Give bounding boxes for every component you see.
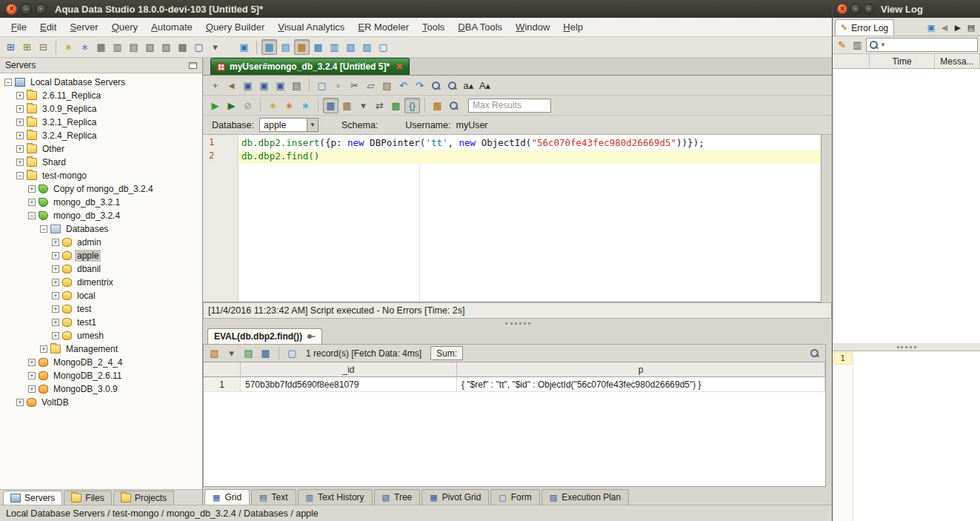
code-line[interactable]: db.dbp2.insert({p: new DBPointer('tt', n… bbox=[239, 137, 821, 150]
open-file-icon[interactable]: ◄ bbox=[224, 78, 239, 93]
toggle-expand-icon[interactable]: + bbox=[52, 332, 59, 339]
copy-icon[interactable]: ▱ bbox=[363, 78, 379, 93]
toggle-expand-icon[interactable]: + bbox=[52, 239, 59, 246]
tree-item-mongo-db-3-2-1[interactable]: +mongo_db_3.2.1 bbox=[0, 196, 202, 209]
pivot-window-icon[interactable]: ▨ bbox=[359, 39, 375, 55]
toggle-expand-icon[interactable]: + bbox=[16, 105, 24, 113]
find-columns-icon[interactable]: ▧ bbox=[142, 39, 158, 55]
execute-icon[interactable]: ▶ bbox=[207, 98, 223, 113]
tree-item-dimentrix[interactable]: +dimentrix bbox=[0, 276, 202, 289]
menu-er-modeler[interactable]: ER Modeler bbox=[351, 19, 416, 35]
grid-cell-id[interactable]: 570b3bb7fdd5690f8ee81079 bbox=[241, 377, 457, 392]
toggle-expand-icon[interactable]: + bbox=[28, 199, 36, 206]
tree-item-other[interactable]: +Other bbox=[0, 142, 202, 156]
font-decrease-icon[interactable]: a▴ bbox=[461, 78, 476, 93]
results-view-tab-text[interactable]: ▤Text bbox=[251, 489, 296, 505]
find-procedures-icon[interactable]: ▤ bbox=[126, 39, 141, 55]
results-grid-mode-icon[interactable]: ▦ bbox=[261, 39, 277, 55]
save-file-icon[interactable]: ▣ bbox=[240, 78, 256, 93]
toggle-expand-icon[interactable]: + bbox=[16, 399, 24, 406]
toggle-expand-icon[interactable]: + bbox=[52, 252, 59, 259]
chart-dropdown-icon[interactable]: ▾ bbox=[224, 345, 239, 361]
menu-server[interactable]: Server bbox=[63, 19, 104, 35]
results-view-tab-text-history[interactable]: ▥Text History bbox=[298, 489, 373, 505]
schema-compare-wand-icon[interactable]: ∗ bbox=[61, 39, 76, 55]
results-view-tab-tree[interactable]: ▧Tree bbox=[374, 489, 421, 505]
tree-item-databases[interactable]: −Databases bbox=[0, 222, 202, 236]
edit-grid-icon[interactable]: ▦ bbox=[339, 98, 355, 113]
open-document-icon[interactable]: ▢ bbox=[191, 39, 207, 55]
toggle-expand-icon[interactable]: + bbox=[16, 119, 24, 126]
save-all-icon[interactable]: ▣ bbox=[256, 78, 272, 93]
tree-item-mongodb-3-0-9[interactable]: +MongoDB_3.0.9 bbox=[0, 382, 202, 396]
tree-item-dbanil[interactable]: +dbanil bbox=[0, 262, 202, 276]
close-tab-icon[interactable]: ✕ bbox=[396, 62, 403, 72]
close-window-icon[interactable]: × bbox=[6, 4, 17, 15]
find-indexes-icon[interactable]: ▨ bbox=[159, 39, 174, 55]
menu-visual-analytics[interactable]: Visual Analytics bbox=[271, 19, 351, 35]
grid-options-dropdown-icon[interactable]: ▾ bbox=[356, 98, 371, 113]
pin-icon[interactable] bbox=[307, 332, 316, 341]
convert-case-wand-icon[interactable]: ∗ bbox=[281, 98, 297, 113]
redo-icon[interactable]: ↷ bbox=[412, 78, 427, 93]
grid-results-icon[interactable]: ▦ bbox=[323, 98, 339, 113]
tree-item-3-2-1-replica[interactable]: +3.2.1_Replica bbox=[0, 116, 202, 129]
save-as-icon[interactable]: ▣ bbox=[273, 78, 288, 93]
grid-header-rownum[interactable] bbox=[204, 362, 241, 377]
print-icon[interactable]: ▤ bbox=[289, 78, 304, 93]
grid-search-icon[interactable] bbox=[446, 98, 461, 113]
panel-tab-projects[interactable]: Projects bbox=[113, 491, 174, 505]
script-grid-icon[interactable]: ▢ bbox=[284, 345, 300, 361]
error-log-tab[interactable]: ✎ Error Log bbox=[835, 19, 894, 36]
tree-item-mongo-db-3-2-4[interactable]: −mongo_db_3.2.4 bbox=[0, 209, 202, 222]
query-analyzer-icon[interactable]: ▣ bbox=[236, 39, 252, 55]
results-view-tab-grid[interactable]: ▦Grid bbox=[204, 489, 250, 505]
menu-automate[interactable]: Automate bbox=[144, 19, 199, 35]
cancel-execution-icon[interactable]: ⊘ bbox=[240, 98, 256, 113]
pin-results-icon[interactable]: ▦ bbox=[294, 39, 310, 55]
toggle-expand-icon[interactable]: + bbox=[52, 279, 59, 286]
toggle-collapse-icon[interactable]: − bbox=[40, 225, 47, 233]
toggle-collapse-icon[interactable]: − bbox=[28, 212, 36, 219]
snippet-wand-icon[interactable]: ∗ bbox=[298, 98, 313, 113]
tree-item-test1[interactable]: +test1 bbox=[0, 316, 202, 329]
log-search-input[interactable]: ▼ bbox=[866, 38, 978, 52]
menu-query-builder[interactable]: Query Builder bbox=[199, 19, 272, 35]
search-dropdown-icon[interactable]: ▼ bbox=[880, 42, 886, 48]
results-view-tab-pivot-grid[interactable]: ▦Pivot Grid bbox=[421, 489, 489, 505]
log-detail-text[interactable] bbox=[853, 351, 980, 521]
horizontal-splitter[interactable] bbox=[203, 319, 832, 328]
tree-item-voltdb[interactable]: +VoltDB bbox=[0, 396, 202, 409]
clear-log-icon[interactable]: ✎ bbox=[835, 38, 849, 52]
tree-item-2-6-11-replica[interactable]: +2.6.11_Replica bbox=[0, 89, 202, 102]
excel-grid-icon[interactable]: ▩ bbox=[388, 98, 404, 113]
menu-help[interactable]: Help bbox=[556, 19, 590, 35]
toggle-collapse-icon[interactable]: − bbox=[16, 172, 24, 179]
register-server-icon[interactable]: ⊞ bbox=[3, 39, 19, 55]
menu-edit[interactable]: Edit bbox=[33, 19, 63, 35]
toggle-expand-icon[interactable]: + bbox=[16, 92, 24, 99]
tree-item-umesh[interactable]: +umesh bbox=[0, 329, 202, 342]
tree-item-local[interactable]: +local bbox=[0, 289, 202, 302]
toggle-expand-icon[interactable]: + bbox=[40, 345, 47, 353]
format-sql-wand-icon[interactable]: ∗ bbox=[265, 98, 281, 113]
menu-file[interactable]: File bbox=[4, 19, 33, 35]
maximize-window-icon[interactable]: ▫ bbox=[36, 4, 47, 15]
undo-icon[interactable]: ↶ bbox=[396, 78, 411, 93]
sql-editor[interactable]: 12 db.dbp2.insert({p: new DBPointer('tt'… bbox=[203, 135, 821, 302]
editor-code-area[interactable]: db.dbp2.insert({p: new DBPointer('tt', n… bbox=[239, 135, 821, 302]
describe-object-icon[interactable]: ▢ bbox=[314, 78, 330, 93]
tree-item-test-mongo[interactable]: −test-mongo bbox=[0, 169, 202, 182]
toggle-expand-icon[interactable]: + bbox=[28, 385, 36, 393]
discover-servers-icon[interactable]: ⊞ bbox=[19, 39, 35, 55]
view-log-splitter[interactable] bbox=[833, 343, 980, 351]
tree-item-copy-of-mongo-db-3-2-4[interactable]: +Copy of mongo_db_3.2.4 bbox=[0, 182, 202, 196]
previous-log-icon[interactable]: ◀ bbox=[938, 21, 951, 34]
log-column-blank[interactable] bbox=[833, 54, 870, 68]
results-search-icon[interactable] bbox=[807, 345, 822, 361]
tree-item-3-0-9-replica[interactable]: +3.0.9_Replica bbox=[0, 102, 202, 116]
tree-item-3-2-4-replica[interactable]: +3.2.4_Replica bbox=[0, 129, 202, 142]
execute-edit-icon[interactable]: ▶ bbox=[224, 98, 239, 113]
results-view-tab-form[interactable]: ▢Form bbox=[490, 489, 539, 505]
tree-item-local-database-servers[interactable]: −Local Database Servers bbox=[0, 76, 202, 89]
